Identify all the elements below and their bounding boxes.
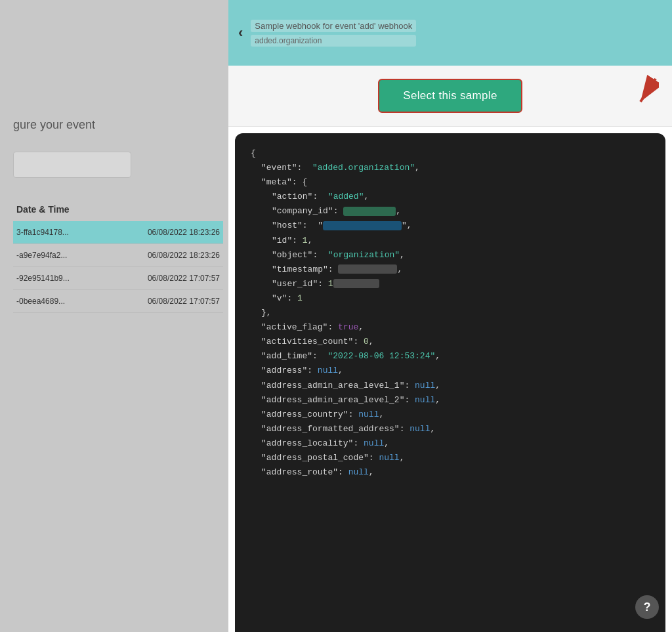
header-title: Sample webhook for event 'add' webhook	[251, 20, 416, 32]
row-id: -92e95141b9...	[16, 274, 148, 283]
json-line: "activities_count": 0,	[251, 335, 650, 349]
json-line: "action": "added",	[251, 190, 650, 204]
json-line: "user_id": 1	[251, 277, 650, 291]
json-viewer: { "event": "added.organization", "meta":…	[235, 133, 665, 632]
json-line: "address_country": null,	[251, 408, 650, 422]
table-header: Date & Time	[13, 204, 223, 215]
row-id: -a9e7e94fa2...	[16, 251, 148, 260]
help-button[interactable]: ?	[635, 595, 659, 619]
json-line: "id": 1,	[251, 234, 650, 248]
json-line: "address_admin_area_level_1": null,	[251, 379, 650, 393]
button-area: Select this sample	[228, 66, 672, 127]
json-line: "company_id": ,	[251, 204, 650, 219]
right-header: ‹ Sample webhook for event 'add' webhook…	[228, 0, 672, 66]
json-line: "address_route": null,	[251, 465, 650, 480]
left-panel: gure your event Date & Time 3-ffa1c94178…	[0, 0, 236, 632]
json-line: "add_time": "2022-08-06 12:53:24",	[251, 349, 650, 364]
row-date: 06/08/2022 17:07:57	[148, 297, 220, 306]
json-line: {	[251, 146, 650, 161]
select-sample-button[interactable]: Select this sample	[378, 79, 522, 113]
table-row[interactable]: 3-ffa1c94178... 06/08/2022 18:23:26	[13, 221, 223, 244]
json-line: "address_postal_code": null,	[251, 451, 650, 465]
svg-line-1	[640, 79, 656, 102]
header-text-block: Sample webhook for event 'add' webhook a…	[251, 20, 416, 47]
json-line: "address": null,	[251, 364, 650, 378]
arrow-annotation	[593, 72, 659, 121]
json-line: },	[251, 306, 650, 320]
row-date: 06/08/2022 17:07:57	[148, 274, 220, 283]
json-line: "active_flag": true,	[251, 320, 650, 335]
json-line: "address_admin_area_level_2": null,	[251, 393, 650, 408]
header-subtitle: added.organization	[251, 35, 416, 47]
json-line: "object": "organization",	[251, 248, 650, 263]
row-id: -0beea4689...	[16, 297, 148, 306]
back-button[interactable]: ‹	[238, 24, 243, 41]
right-panel: ‹ Sample webhook for event 'add' webhook…	[228, 0, 672, 632]
json-line: "event": "added.organization",	[251, 161, 650, 175]
table-row[interactable]: -0beea4689... 06/08/2022 17:07:57	[13, 290, 223, 313]
row-id: 3-ffa1c94178...	[16, 228, 148, 237]
json-line: "address_formatted_address": null,	[251, 422, 650, 436]
left-panel-input	[13, 152, 131, 178]
row-date: 06/08/2022 18:23:26	[148, 228, 220, 237]
json-line: "address_locality": null,	[251, 436, 650, 451]
table-row[interactable]: -92e95141b9... 06/08/2022 17:07:57	[13, 267, 223, 290]
json-line: "meta": {	[251, 175, 650, 190]
json-line: "timestamp": ,	[251, 263, 650, 277]
json-line: "host": " ",	[251, 219, 650, 233]
row-date: 06/08/2022 18:23:26	[148, 251, 220, 260]
left-panel-text: gure your event	[13, 118, 223, 132]
json-line: "v": 1	[251, 291, 650, 306]
table-row[interactable]: -a9e7e94fa2... 06/08/2022 18:23:26	[13, 244, 223, 267]
